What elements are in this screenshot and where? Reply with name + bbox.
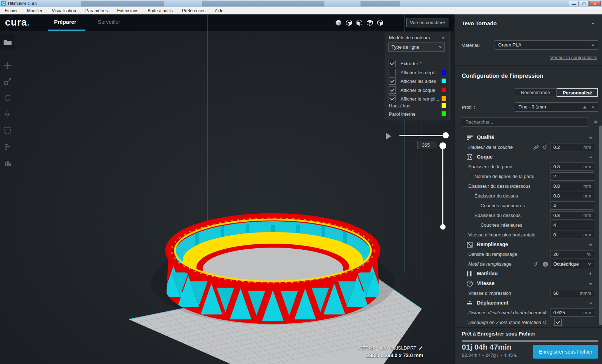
chevron-down-icon[interactable]: [589, 302, 592, 304]
setting-value-box[interactable]: 0.625mm: [550, 308, 594, 317]
setting-value-box[interactable]: 0.8mm: [550, 192, 594, 200]
revert-icon[interactable]: ↺: [543, 145, 548, 150]
play-button[interactable]: [386, 133, 391, 140]
setting-row[interactable]: Épaisseur de la paroi0.8mm: [455, 162, 599, 172]
maximize-button[interactable]: [579, 1, 589, 6]
setting-value-box[interactable]: 0.8mm: [550, 182, 594, 190]
section-déplacement[interactable]: Déplacement: [455, 298, 599, 308]
recommended-button[interactable]: Recommandé: [515, 88, 556, 97]
menu-item-6[interactable]: Préférences: [177, 7, 210, 14]
3d-viewport[interactable]: cura. Préparer Surveiller Vue en couches…: [0, 14, 454, 364]
window-titlebar[interactable]: C Ultimaker Cura ✕: [0, 0, 602, 7]
view-front-icon[interactable]: [346, 19, 352, 27]
select-face-button[interactable]: [3, 125, 13, 136]
setting-value-box[interactable]: 60mm/s: [550, 289, 594, 297]
visibility-checkbox[interactable]: [389, 69, 396, 76]
move-tool-button[interactable]: [3, 61, 13, 71]
open-file-button[interactable]: [0, 34, 15, 50]
menu-item-3[interactable]: Paramètres: [81, 7, 112, 14]
section-coque[interactable]: Coque: [455, 152, 599, 162]
menu-item-7[interactable]: Aide: [210, 7, 228, 14]
chevron-down-icon[interactable]: [589, 136, 592, 139]
setting-value-box[interactable]: 0.8mm: [550, 211, 594, 219]
revert-icon[interactable]: ↺: [543, 310, 548, 316]
setting-value-box[interactable]: 20%: [550, 250, 594, 258]
view-top-icon[interactable]: [356, 19, 363, 27]
layer-slider-bottom-handle[interactable]: [440, 224, 446, 230]
tab-monitor[interactable]: Surveiller: [98, 19, 120, 25]
chevron-down-icon[interactable]: [589, 282, 592, 285]
per-model-settings-button[interactable]: [3, 142, 13, 152]
save-to-file-button[interactable]: Enregistrer sous Fichier: [533, 345, 598, 359]
setting-row[interactable]: Nombre de lignes de la paroi2: [455, 172, 599, 181]
setting-dropdown[interactable]: Octaédrique: [550, 260, 594, 268]
mirror-tool-button[interactable]: [3, 109, 13, 119]
setting-row[interactable]: Couches supérieures4: [455, 201, 599, 210]
setting-value-box[interactable]: 0.8mm: [550, 163, 594, 171]
setting-row[interactable]: Épaisseur du dessus0.8mm: [455, 191, 599, 201]
revert-icon[interactable]: ↺: [543, 320, 548, 325]
setting-value-box[interactable]: 4: [550, 221, 594, 229]
profile-dropdown[interactable]: Fine - 0.1mm ★: [515, 102, 598, 112]
visibility-checkbox[interactable]: [389, 77, 396, 85]
custom-button[interactable]: Personnalisé: [557, 88, 598, 97]
printer-name[interactable]: Tevo Tornado: [462, 20, 497, 26]
layer-slider-top-handle[interactable]: [439, 142, 446, 149]
setting-value-box[interactable]: 4: [550, 201, 594, 210]
menu-item-1[interactable]: Modifier: [22, 7, 47, 14]
edit-pencil-icon[interactable]: [419, 346, 423, 350]
setting-row[interactable]: Vitesse d’impression60mm/s: [455, 288, 599, 298]
section-qualité[interactable]: Qualité: [455, 133, 599, 142]
settings-menu-icon[interactable]: ≡: [594, 118, 598, 125]
layer-animation-handle[interactable]: [443, 132, 449, 138]
info-icon[interactable]: i: [543, 261, 548, 267]
setting-row[interactable]: Motif de remplissage↺iOctaédrique: [455, 259, 599, 269]
section-vitesse[interactable]: Vitesse: [455, 279, 599, 288]
menu-item-4[interactable]: Extensions: [112, 7, 143, 14]
setting-row[interactable]: Distance d’évitement du déplacement↺0.62…: [455, 308, 599, 318]
setting-value-box[interactable]: 0.2mm: [550, 143, 594, 151]
view-right-icon[interactable]: [377, 19, 384, 27]
chevron-down-icon[interactable]: [589, 243, 592, 246]
view-mode-dropdown[interactable]: Vue en couches: [406, 18, 449, 27]
setting-row[interactable]: Couches inférieures4: [455, 220, 599, 230]
view-3d-icon[interactable]: [335, 19, 342, 27]
setting-row[interactable]: Épaisseur du dessus/dessous0.8mm: [455, 181, 599, 191]
section-remplissage[interactable]: Remplissage: [455, 240, 599, 249]
layer-range-slider[interactable]: [442, 144, 443, 229]
setting-checkbox[interactable]: [554, 319, 562, 326]
chevron-left-icon[interactable]: [589, 272, 592, 275]
menu-item-5[interactable]: Boîte à outils: [143, 7, 177, 14]
setting-value-box[interactable]: 2: [550, 172, 594, 181]
compatibility-link[interactable]: Vérifier la compatibilité: [550, 55, 597, 60]
visibility-checkbox[interactable]: [389, 86, 396, 94]
setting-value-box[interactable]: 0mm: [550, 231, 594, 239]
section-matériau[interactable]: Matériau: [455, 269, 599, 279]
support-blocker-button[interactable]: [3, 158, 13, 168]
rotate-tool-button[interactable]: [3, 93, 13, 103]
chevron-down-icon[interactable]: [592, 22, 594, 25]
close-button[interactable]: ✕: [589, 1, 601, 6]
material-dropdown[interactable]: Green PLA: [495, 40, 598, 50]
view-left-icon[interactable]: [367, 19, 373, 27]
setting-row[interactable]: Décalage en Z lors d’une rétraction↺: [455, 318, 599, 327]
scale-tool-button[interactable]: [3, 77, 13, 87]
menu-item-0[interactable]: Fichier: [0, 7, 22, 14]
chevron-down-icon[interactable]: [589, 156, 592, 158]
setting-row[interactable]: Épaisseur du dessous0.8mm: [455, 210, 599, 220]
tab-prepare[interactable]: Préparer: [54, 19, 76, 25]
revert-icon[interactable]: ↺: [533, 261, 539, 267]
menu-item-2[interactable]: Visualisation: [47, 7, 81, 14]
setting-row[interactable]: Densité du remplissage20%: [455, 249, 599, 259]
visibility-checkbox[interactable]: [389, 95, 396, 102]
model-name[interactable]: CFDMP_aero piedSLDPRT: [359, 345, 423, 351]
setting-row[interactable]: Vitesse d’impression horizontale0mm: [455, 230, 599, 240]
minimize-button[interactable]: [569, 1, 579, 6]
setting-row[interactable]: Hauteur de la couche↺0.2mm: [455, 142, 599, 152]
layer-animation-slider[interactable]: [399, 135, 448, 136]
settings-scrollbar[interactable]: [599, 125, 602, 325]
search-input[interactable]: [462, 117, 588, 126]
visibility-checkbox[interactable]: [389, 60, 396, 67]
line-type-dropdown[interactable]: Type de ligne: [388, 43, 445, 52]
chevron-down-icon[interactable]: [442, 36, 444, 39]
